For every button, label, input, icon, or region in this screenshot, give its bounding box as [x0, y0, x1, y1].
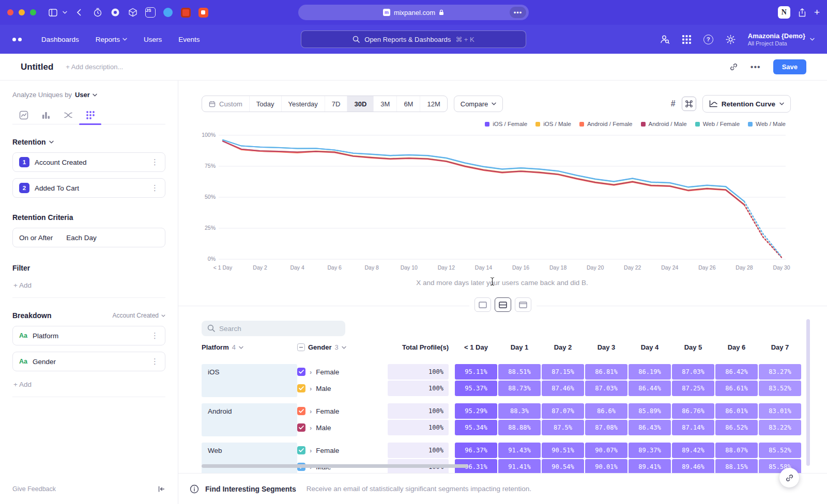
- browser-sidebar-chevron-icon[interactable]: [63, 11, 67, 14]
- clock-extension-icon[interactable]: [91, 6, 104, 19]
- gender-column-header[interactable]: Gender 3: [297, 343, 346, 351]
- retention-cell[interactable]: 87.46%: [542, 381, 584, 396]
- series-checkbox[interactable]: [297, 407, 305, 415]
- series-checkbox[interactable]: [297, 368, 305, 376]
- retention-cell[interactable]: 90.54%: [542, 459, 584, 473]
- gender-row-android-male[interactable]: ›Male: [297, 420, 388, 435]
- series-checkbox[interactable]: [297, 384, 305, 392]
- retention-cell[interactable]: 86.44%: [629, 381, 671, 396]
- retention-cell[interactable]: 87.03%: [672, 364, 714, 380]
- range-yesterday[interactable]: Yesterday: [281, 96, 325, 112]
- gender-row-ios-female[interactable]: ›Female: [297, 364, 388, 380]
- breakdown-scope-dropdown[interactable]: Account Created: [113, 312, 165, 319]
- legend-item[interactable]: Web / Female: [695, 121, 740, 127]
- profile-lookup-icon[interactable]: [660, 34, 670, 44]
- range-30d[interactable]: 30D: [347, 96, 373, 112]
- js-extension-icon[interactable]: JS: [144, 6, 157, 19]
- apps-grid-icon[interactable]: [682, 35, 691, 44]
- retention-cell[interactable]: 85.89%: [629, 403, 671, 419]
- breakdown-gender[interactable]: AaGender⋮: [12, 352, 165, 371]
- expand-row-icon[interactable]: ›: [310, 424, 312, 432]
- report-title[interactable]: Untitled: [21, 62, 53, 72]
- retention-cell[interactable]: 89.37%: [629, 443, 671, 458]
- retention-cell[interactable]: 95.29%: [455, 403, 497, 419]
- retention-cell[interactable]: 89.42%: [672, 443, 714, 458]
- tab-funnels-icon[interactable]: [35, 106, 57, 124]
- circle-extension-icon[interactable]: [109, 6, 121, 19]
- retention-cell[interactable]: 90.51%: [542, 443, 584, 458]
- legend-item[interactable]: Web / Male: [748, 121, 786, 127]
- kebab-menu-icon[interactable]: ⋮: [151, 331, 159, 340]
- retention-criteria-row[interactable]: On or After Each Day: [12, 228, 165, 247]
- table-view-button[interactable]: [515, 297, 531, 312]
- retention-step-2[interactable]: 2Added To Cart⋮: [12, 178, 165, 198]
- table-search-input[interactable]: [202, 321, 345, 336]
- gender-row-android-female[interactable]: ›Female: [297, 403, 388, 419]
- retention-section-heading[interactable]: Retention: [12, 138, 165, 146]
- gender-row-ios-male[interactable]: ›Male: [297, 381, 388, 396]
- expand-row-icon[interactable]: ›: [310, 447, 312, 454]
- retention-cell[interactable]: 89.46%: [672, 459, 714, 473]
- share-icon[interactable]: [799, 8, 806, 17]
- retention-cell[interactable]: 91.41%: [498, 459, 541, 473]
- window-zoom-button[interactable]: [30, 9, 36, 15]
- retention-cell[interactable]: 90.07%: [585, 443, 627, 458]
- give-feedback-link[interactable]: Give Feedback: [12, 485, 56, 493]
- project-switcher[interactable]: Amazonia {Demo} All Project Data: [748, 32, 815, 46]
- retention-cell[interactable]: 87.07%: [542, 403, 584, 419]
- range-12m[interactable]: 12M: [420, 96, 447, 112]
- select-all-checkbox[interactable]: [297, 343, 305, 351]
- split-view-button[interactable]: [495, 297, 511, 312]
- settings-gear-icon[interactable]: [726, 35, 736, 44]
- cube-extension-icon[interactable]: [127, 6, 139, 19]
- retention-cell[interactable]: 96.37%: [455, 443, 497, 458]
- legend-item[interactable]: Android / Male: [641, 121, 687, 127]
- address-bar[interactable]: m mixpanel.com •••: [298, 5, 529, 20]
- nav-dashboards[interactable]: Dashboards: [41, 36, 79, 43]
- retention-cell[interactable]: 87.03%: [585, 381, 627, 396]
- retention-cell[interactable]: 83.22%: [759, 420, 801, 435]
- retention-cell[interactable]: 87.08%: [585, 420, 627, 435]
- nav-users[interactable]: Users: [144, 36, 162, 43]
- range-today[interactable]: Today: [249, 96, 281, 112]
- retention-cell[interactable]: 86.6%: [585, 403, 627, 419]
- collapse-sidebar-icon[interactable]: [157, 485, 165, 493]
- platform-column-header[interactable]: Platform 4: [202, 343, 243, 351]
- retention-cell[interactable]: 88.88%: [498, 420, 541, 435]
- blue-circle-extension-icon[interactable]: [162, 6, 174, 19]
- chart-view-button[interactable]: [474, 297, 491, 312]
- nav-events[interactable]: Events: [178, 36, 200, 43]
- retention-cell[interactable]: 86.81%: [585, 364, 627, 380]
- new-tab-button[interactable]: +: [814, 7, 820, 18]
- horizontal-scrollbar[interactable]: [202, 464, 468, 468]
- retention-cell[interactable]: 86.52%: [715, 420, 758, 435]
- breakdown-platform[interactable]: AaPlatform⋮: [12, 326, 165, 345]
- global-search-button[interactable]: Open Reports & Dashboards ⌘ + K: [301, 30, 526, 48]
- retention-step-1[interactable]: 1Account Created⋮: [12, 152, 165, 172]
- retention-cell[interactable]: 83.01%: [759, 403, 801, 419]
- retention-cell[interactable]: 86.01%: [715, 403, 758, 419]
- retention-cell[interactable]: 86.61%: [715, 381, 758, 396]
- expand-row-icon[interactable]: ›: [310, 385, 312, 392]
- retention-cell[interactable]: 87.25%: [672, 381, 714, 396]
- kebab-menu-icon[interactable]: ⋮: [151, 183, 159, 193]
- retention-cell[interactable]: 88.73%: [498, 381, 541, 396]
- legend-item[interactable]: Android / Female: [579, 121, 633, 127]
- window-minimize-button[interactable]: [19, 9, 25, 15]
- nav-reports[interactable]: Reports: [96, 36, 127, 43]
- tab-flows-icon[interactable]: [57, 106, 79, 124]
- retention-cell[interactable]: 91.43%: [498, 443, 541, 458]
- series-checkbox[interactable]: [297, 446, 305, 454]
- criteria-each-day[interactable]: Each Day: [66, 234, 97, 242]
- retention-cell[interactable]: 87.5%: [542, 420, 584, 435]
- kebab-menu-icon[interactable]: ⋮: [151, 357, 159, 366]
- more-options-button[interactable]: •••: [751, 62, 761, 72]
- annotations-icon[interactable]: #: [671, 99, 676, 108]
- range-3m[interactable]: 3M: [373, 96, 396, 112]
- retention-cell[interactable]: 89.41%: [629, 459, 671, 473]
- add-filter-button[interactable]: + Add: [12, 276, 165, 298]
- back-icon[interactable]: [76, 9, 81, 16]
- retention-cell[interactable]: 88.51%: [498, 364, 541, 380]
- retention-cell[interactable]: 86.42%: [715, 364, 758, 380]
- criteria-on-or-after[interactable]: On or After: [19, 234, 53, 242]
